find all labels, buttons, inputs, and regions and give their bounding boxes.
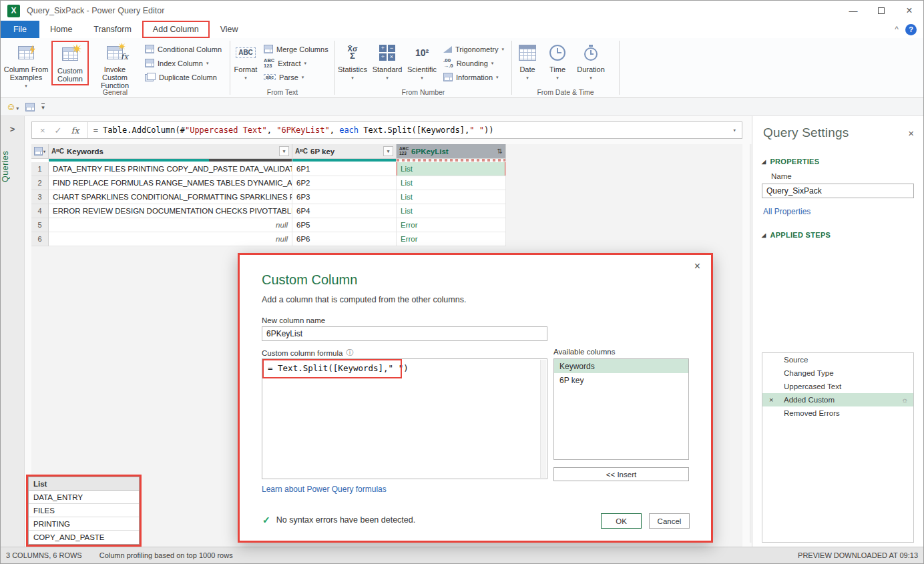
cell-6pkeylist[interactable]: List <box>397 204 506 218</box>
expand-queries-icon[interactable]: > <box>1 124 24 134</box>
cell-keywords[interactable]: ERROR REVIEW DESIGN DOCUMENTATION CHECKS… <box>49 204 292 218</box>
row-number[interactable]: 5 <box>31 218 49 232</box>
maximize-button[interactable] <box>867 1 895 21</box>
available-column-keywords[interactable]: Keywords <box>554 359 688 373</box>
help-icon[interactable]: ? <box>905 24 917 35</box>
properties-section-header[interactable]: ◢ PROPERTIES <box>752 158 923 166</box>
close-dialog-icon[interactable]: × <box>694 260 700 272</box>
formula-editor-scrollbar[interactable] <box>540 360 546 478</box>
tab-add-column[interactable]: Add Column <box>142 21 210 38</box>
duration-button[interactable]: Duration ▾ <box>572 41 610 83</box>
cell-6p-key[interactable]: 6P3 <box>292 190 397 204</box>
cell-6p-key[interactable]: 6P5 <box>292 218 397 232</box>
cell-keywords-null[interactable]: null <box>49 218 292 232</box>
time-button[interactable]: Time ▾ <box>543 41 572 83</box>
cell-6p-key[interactable]: 6P4 <box>292 204 397 218</box>
duplicate-column-button[interactable]: Duplicate Column <box>145 71 222 83</box>
row-number[interactable]: 2 <box>31 176 49 190</box>
column-header-keywords[interactable]: AᴮC Keywords ▾ <box>49 144 292 159</box>
profiling-info[interactable]: Column profiling based on top 1000 rows <box>99 551 233 559</box>
row-number[interactable]: 1 <box>31 162 49 176</box>
cell-6pkeylist[interactable]: Error <box>397 232 506 246</box>
step-changed-type[interactable]: Changed Type <box>762 366 913 380</box>
edit-step-gear-icon[interactable]: ☼ <box>901 396 908 404</box>
row-number[interactable]: 3 <box>31 190 49 204</box>
cell-6p-key[interactable]: 6P2 <box>292 176 397 190</box>
merge-columns-icon <box>264 45 273 53</box>
quick-access-toolbar: ☺▾ ▾ <box>1 98 923 116</box>
index-column-button[interactable]: Index Column ▾ <box>145 57 222 69</box>
cancel-formula-icon[interactable]: × <box>40 125 45 135</box>
ok-button[interactable]: OK <box>601 513 642 529</box>
list-item[interactable]: DATA_ENTRY <box>29 491 139 504</box>
column-header-6p-key[interactable]: AᴮC 6P key ▾ <box>292 144 397 159</box>
cell-6p-key[interactable]: 6P6 <box>292 232 397 246</box>
list-item[interactable]: PRINTING <box>29 517 139 531</box>
cell-6pkeylist[interactable]: Error <box>397 218 506 232</box>
tab-home[interactable]: Home <box>39 21 83 38</box>
row-number[interactable]: 6 <box>31 232 49 246</box>
column-header-6pkeylist[interactable]: ABC123 6PKeyList ⇅ <box>397 144 506 159</box>
new-column-name-input[interactable] <box>262 326 547 341</box>
insert-button[interactable]: << Insert <box>553 467 689 481</box>
qat-table-gear-icon[interactable] <box>25 103 35 111</box>
filter-button[interactable]: ▾ <box>279 146 289 156</box>
merge-columns-button[interactable]: Merge Columns <box>264 43 328 55</box>
formula-input[interactable]: = Table.AddColumn(#"Uppercased Text", "6… <box>88 122 742 138</box>
standard-button[interactable]: +− ÷× Standard ▾ <box>370 41 405 83</box>
conditional-column-button[interactable]: Conditional Column <box>145 43 222 55</box>
date-button[interactable]: Date ▾ <box>512 41 543 83</box>
query-name-input[interactable] <box>762 184 914 198</box>
custom-column-button[interactable]: Custom Column <box>51 41 89 85</box>
close-button[interactable]: × <box>895 1 923 21</box>
cell-keywords[interactable]: FIND REPLACE FORMULAS RANGE_NAMES TABLES… <box>49 176 292 190</box>
step-uppercased-text[interactable]: Uppercased Text <box>762 380 913 393</box>
rounding-button[interactable]: .00→.0 Rounding ▾ <box>443 57 504 69</box>
close-settings-icon[interactable]: × <box>908 127 914 139</box>
statistics-button[interactable]: X̄σΣ Statistics ▾ <box>335 41 370 83</box>
delete-step-icon[interactable]: × <box>769 396 773 404</box>
info-icon[interactable]: ⓘ <box>346 348 353 358</box>
standard-icon: +− ÷× <box>379 42 395 63</box>
trigonometry-button[interactable]: Trigonometry ▾ <box>443 43 504 55</box>
all-properties-link[interactable]: All Properties <box>752 207 923 216</box>
parse-button[interactable]: abc Parse ▾ <box>264 71 328 83</box>
cancel-button[interactable]: Cancel <box>649 513 690 529</box>
available-column-6p-key[interactable]: 6P key <box>554 373 688 387</box>
cell-6pkeylist[interactable]: List <box>397 176 506 190</box>
select-all-corner[interactable]: ▾ <box>31 144 49 159</box>
cell-6p-key[interactable]: 6P1 <box>292 162 397 176</box>
expand-formula-bar-icon[interactable]: ▾ <box>728 127 736 133</box>
scientific-button[interactable]: 10² Scientific ▾ <box>405 41 439 83</box>
cell-6pkeylist-selected[interactable]: List <box>397 162 506 176</box>
format-button[interactable]: ABC Format ▾ <box>230 41 261 83</box>
formula-editor[interactable]: = Text.Split([Keywords]," ") <box>262 358 547 479</box>
commit-formula-icon[interactable]: ✓ <box>55 125 62 135</box>
tab-file[interactable]: File <box>1 21 39 38</box>
feedback-smiley-button[interactable]: ☺▾ <box>6 101 19 113</box>
filter-button[interactable]: ▾ <box>383 146 393 156</box>
column-from-examples-button[interactable]: Column From Examples ▾ <box>1 41 51 91</box>
extract-button[interactable]: ABC123 Extract ▾ <box>264 57 328 69</box>
tab-transform[interactable]: Transform <box>83 21 142 38</box>
invoke-custom-function-button[interactable]: fx Invoke Custom Function <box>89 41 141 91</box>
minimize-button[interactable]: — <box>839 1 867 21</box>
list-item[interactable]: FILES <box>29 504 139 517</box>
information-button[interactable]: Information ▾ <box>443 71 504 83</box>
learn-formulas-link[interactable]: Learn about Power Query formulas <box>262 485 387 494</box>
expand-column-icon[interactable]: ⇅ <box>497 148 503 155</box>
cell-6pkeylist[interactable]: List <box>397 190 506 204</box>
step-removed-errors[interactable]: Removed Errors <box>762 406 913 420</box>
cell-keywords[interactable]: CHART SPARKLINES CONDITIONAL_FORMATTING … <box>49 190 292 204</box>
step-added-custom-selected[interactable]: × Added Custom ☼ <box>762 393 913 406</box>
applied-steps-section-header[interactable]: ◢ APPLIED STEPS <box>752 231 923 239</box>
step-source[interactable]: Source <box>762 353 913 366</box>
row-number[interactable]: 4 <box>31 204 49 218</box>
qat-customize-icon[interactable]: ▾ <box>41 103 45 110</box>
list-item[interactable]: COPY_AND_PASTE <box>29 531 139 544</box>
queries-pane-label[interactable]: Queries <box>1 143 25 190</box>
cell-keywords-null[interactable]: null <box>49 232 292 246</box>
tab-view[interactable]: View <box>210 21 249 38</box>
collapse-ribbon-icon[interactable]: ^ <box>895 25 899 34</box>
cell-keywords[interactable]: DATA_ENTRY FILES PRINTING COPY_AND_PASTE… <box>49 162 292 176</box>
